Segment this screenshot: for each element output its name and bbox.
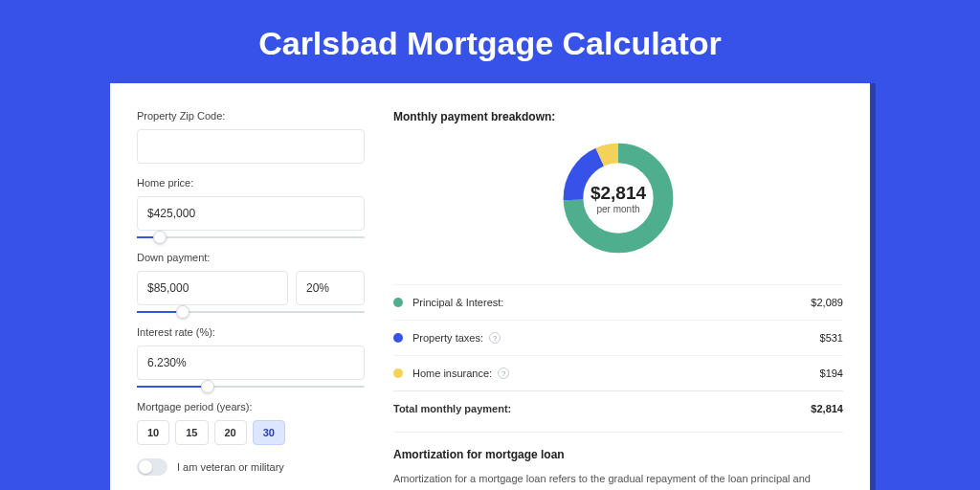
dot-blue-icon [393,333,403,343]
amortization-heading: Amortization for mortgage loan [393,448,843,461]
calculator-panel: Property Zip Code: Home price: Down paym… [110,83,870,490]
total-label: Total monthly payment: [393,403,511,414]
insurance-label: Home insurance: [412,368,492,379]
page-title: Carlsbad Mortgage Calculator [0,0,980,83]
veteran-label: I am veteran or military [177,461,284,473]
home-price-label: Home price: [137,177,365,189]
total-value: $2,814 [811,403,843,414]
period-label: Mortgage period (years): [137,401,365,412]
period-button-10[interactable]: 10 [137,420,169,445]
dot-green-icon [393,298,403,307]
principal-label: Principal & Interest: [412,297,503,308]
help-icon[interactable]: ? [489,332,501,344]
results-column: Monthly payment breakdown: $2,814 per mo… [393,110,843,490]
period-buttons: 10152030 [137,420,365,445]
down-payment-slider[interactable] [137,311,365,313]
taxes-label: Property taxes: [412,332,483,344]
row-total: Total monthly payment: $2,814 [393,390,843,426]
down-payment-amount-input[interactable] [137,271,288,305]
home-price-input[interactable] [137,196,365,231]
insurance-value: $194 [820,368,843,379]
period-button-30[interactable]: 30 [253,420,285,445]
period-button-20[interactable]: 20 [214,420,247,445]
help-icon[interactable]: ? [498,368,509,379]
row-property-taxes: Property taxes: ? $531 [393,320,843,355]
breakdown-heading: Monthly payment breakdown: [393,110,843,123]
row-principal-interest: Principal & Interest: $2,089 [393,284,843,320]
dot-yellow-icon [393,368,403,378]
taxes-value: $531 [820,332,843,344]
period-button-15[interactable]: 15 [175,420,208,445]
inputs-column: Property Zip Code: Home price: Down paym… [137,110,365,490]
principal-value: $2,089 [811,297,843,308]
payment-donut-chart: $2,814 per month [559,139,678,257]
row-home-insurance: Home insurance: ? $194 [393,355,843,390]
zip-code-label: Property Zip Code: [137,110,365,122]
veteran-toggle[interactable] [137,458,167,476]
interest-rate-slider[interactable] [137,386,365,388]
down-payment-label: Down payment: [137,252,365,263]
home-price-slider[interactable] [137,236,365,238]
amortization-section: Amortization for mortgage loan Amortizat… [393,432,843,490]
interest-rate-input[interactable] [137,345,365,380]
donut-center-amount: $2,814 [590,183,646,204]
interest-rate-label: Interest rate (%): [137,326,365,338]
amortization-text: Amortization for a mortgage loan refers … [393,471,843,490]
donut-center-sub: per month [596,204,639,214]
zip-code-input[interactable] [137,129,365,164]
down-payment-percent-input[interactable] [296,271,365,305]
